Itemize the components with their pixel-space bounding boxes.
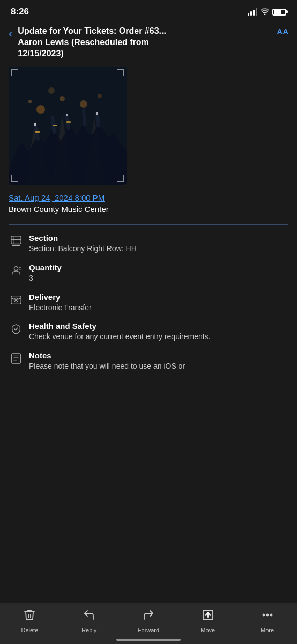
notes-row: Notes Please note that you will need to … xyxy=(9,346,288,375)
email-subject-block: Update for Your Tickets: Order #63... Aa… xyxy=(18,26,272,59)
email-subject-line2: Aaron Lewis (Rescheduled from xyxy=(18,37,272,48)
quantity-value: 3 xyxy=(29,273,288,284)
notes-icon xyxy=(9,351,24,366)
delivery-value: Electronic Transfer xyxy=(29,303,288,313)
reply-label: Reply xyxy=(81,627,96,633)
bottom-toolbar: Delete Reply Forward Move xyxy=(0,603,297,644)
section-content: Section Section: Balcony Right Row: HH xyxy=(29,233,288,254)
status-bar: 8:26 xyxy=(0,0,297,21)
quantity-row: Quantity 3 xyxy=(9,258,288,287)
email-subject-line1: Update for Your Tickets: Order #63... xyxy=(18,26,272,37)
quantity-title: Quantity xyxy=(29,263,288,272)
svg-point-34 xyxy=(263,614,264,616)
event-venue: Brown County Music Center xyxy=(9,204,288,214)
notes-content: Notes Please note that you will need to … xyxy=(29,351,288,372)
forward-label: Forward xyxy=(138,627,159,633)
trash-icon xyxy=(23,609,36,625)
svg-rect-24 xyxy=(12,245,20,246)
svg-rect-17 xyxy=(96,112,98,115)
notes-title: Notes xyxy=(29,351,288,360)
more-icon xyxy=(261,609,274,625)
more-button[interactable]: More xyxy=(246,609,289,633)
ticket-info: Section Section: Balcony Right Row: HH Q… xyxy=(0,228,297,375)
svg-rect-28 xyxy=(12,354,21,363)
move-label: Move xyxy=(201,627,215,633)
svg-rect-16 xyxy=(66,114,68,116)
svg-line-14 xyxy=(97,114,99,126)
back-button[interactable]: ‹ xyxy=(9,27,12,41)
home-indicator xyxy=(116,639,181,641)
email-subject-line3: 12/15/2023) xyxy=(18,48,272,60)
delete-button[interactable]: Delete xyxy=(8,609,51,633)
svg-point-2 xyxy=(60,96,65,101)
delivery-icon xyxy=(9,292,24,308)
svg-rect-26 xyxy=(11,296,21,304)
delete-label: Delete xyxy=(21,627,38,633)
health-row: Health and Safety Check venue for any cu… xyxy=(9,316,288,346)
svg-rect-20 xyxy=(53,125,57,126)
svg-point-25 xyxy=(14,267,18,270)
svg-point-5 xyxy=(28,100,32,103)
content-area: Sat. Aug 24, 2024 8:00 PM Brown County M… xyxy=(0,67,297,428)
quantity-content: Quantity 3 xyxy=(29,263,288,284)
reply-button[interactable]: Reply xyxy=(68,609,110,633)
svg-point-36 xyxy=(270,614,272,616)
more-label: More xyxy=(261,627,274,633)
signal-icon xyxy=(248,8,257,16)
wifi-icon xyxy=(261,8,269,17)
svg-point-3 xyxy=(80,100,87,108)
svg-point-1 xyxy=(36,105,45,114)
svg-rect-15 xyxy=(34,123,36,126)
email-header: ‹ Update for Your Tickets: Order #63... … xyxy=(0,21,297,62)
svg-rect-21 xyxy=(11,236,21,244)
svg-rect-19 xyxy=(66,121,71,123)
section-icon xyxy=(9,233,24,248)
svg-point-35 xyxy=(266,614,268,616)
notes-value: Please note that you will need to use an… xyxy=(29,361,288,372)
section-row: Section Section: Balcony Right Row: HH xyxy=(9,228,288,258)
move-icon xyxy=(202,609,214,625)
section-title: Section xyxy=(29,233,288,243)
delivery-row: Delivery Electronic Transfer xyxy=(9,287,288,317)
svg-rect-18 xyxy=(35,131,40,133)
delivery-content: Delivery Electronic Transfer xyxy=(29,292,288,313)
event-details: Sat. Aug 24, 2024 8:00 PM Brown County M… xyxy=(0,189,297,221)
move-button[interactable]: Move xyxy=(187,609,229,633)
aa-button[interactable]: AA xyxy=(277,27,288,36)
health-title: Health and Safety xyxy=(29,321,288,331)
svg-point-27 xyxy=(14,298,18,302)
forward-icon xyxy=(142,609,155,625)
status-time: 8:26 xyxy=(11,6,29,17)
health-content: Health and Safety Check venue for any cu… xyxy=(29,321,288,342)
health-icon xyxy=(9,321,24,336)
svg-point-6 xyxy=(48,87,55,94)
forward-button[interactable]: Forward xyxy=(127,609,170,633)
status-icons xyxy=(248,8,286,17)
quantity-icon xyxy=(9,263,24,278)
section-value: Section: Balcony Right Row: HH xyxy=(29,244,288,254)
event-date[interactable]: Sat. Aug 24, 2024 8:00 PM xyxy=(9,193,288,202)
divider xyxy=(9,224,288,225)
reply-icon xyxy=(83,609,95,625)
delivery-title: Delivery xyxy=(29,292,288,302)
svg-point-4 xyxy=(98,94,102,98)
svg-line-13 xyxy=(84,111,85,125)
health-value: Check venue for any current event entry … xyxy=(29,332,288,342)
battery-icon xyxy=(272,9,286,16)
concert-image xyxy=(9,67,127,185)
